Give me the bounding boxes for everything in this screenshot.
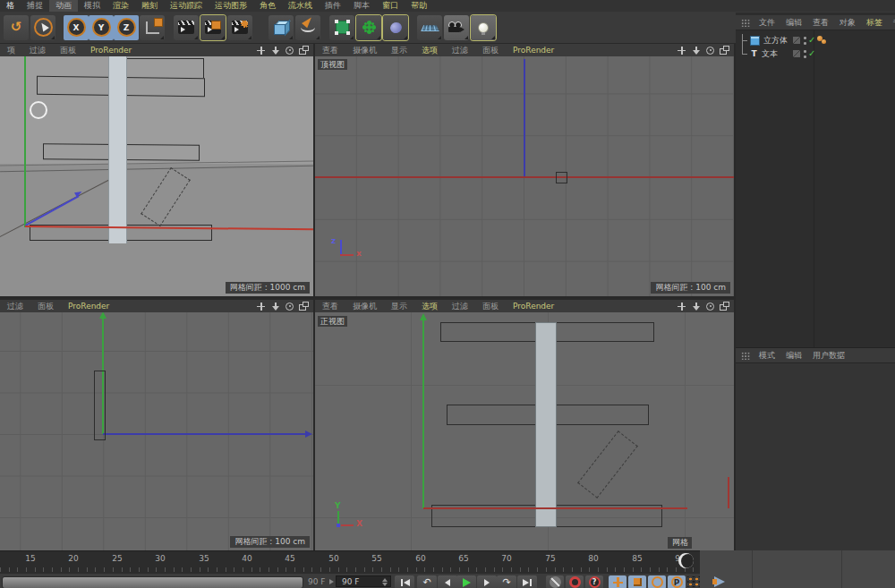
viewport-menu-item[interactable]: ProRender — [506, 302, 561, 311]
maximize-view-icon[interactable] — [720, 302, 729, 311]
object-name[interactable]: 立方体 — [763, 35, 788, 47]
previous-key-button[interactable]: ↶ — [417, 575, 437, 588]
maximize-view-icon[interactable] — [720, 46, 729, 55]
object-row-text[interactable]: T 文本 ✓ — [736, 47, 895, 61]
viewport-menu-item[interactable]: 过滤 — [445, 301, 475, 312]
mograph-icon[interactable] — [356, 15, 381, 40]
menu-item[interactable]: 角色 — [253, 0, 282, 12]
menu-item[interactable]: 插件 — [319, 0, 347, 12]
menu-item[interactable]: 渲染 — [107, 0, 135, 12]
menu-item[interactable]: 窗口 — [376, 0, 405, 12]
timeline-scrubber[interactable] — [2, 576, 303, 588]
primitive-cube-icon[interactable] — [268, 15, 294, 40]
viewport-side[interactable]: 网格间距 : 100 cm — [0, 312, 313, 550]
panel-handle-icon[interactable] — [741, 352, 750, 360]
metaball-icon[interactable] — [383, 15, 408, 40]
layer-toggle-icon[interactable] — [793, 50, 800, 57]
pan-view-icon[interactable] — [256, 302, 266, 311]
rotated-stroke-dashed[interactable] — [577, 430, 638, 499]
next-frame-button[interactable] — [477, 575, 497, 588]
record-rotation-toggle[interactable] — [648, 575, 666, 588]
om-menu-item[interactable]: 编辑 — [780, 17, 807, 29]
timeline-ruler[interactable]: 15 20 25 30 35 40 45 50 55 60 65 70 75 8… — [0, 550, 700, 575]
rotate-view-icon[interactable] — [705, 302, 715, 311]
record-scale-toggle[interactable] — [628, 575, 646, 588]
viewport-menu-item[interactable]: 面板 — [475, 45, 506, 56]
menu-item[interactable]: 脚本 — [347, 0, 376, 12]
record-position-toggle[interactable] — [609, 575, 626, 588]
zoom-view-icon[interactable] — [270, 46, 280, 55]
enable-check-icon[interactable]: ✓ — [808, 48, 815, 58]
om-menu-item[interactable]: 文件 — [754, 17, 780, 29]
cursor-select-icon[interactable] — [30, 15, 55, 40]
text-vertical-stroke[interactable] — [108, 56, 127, 243]
viewport-menu-item[interactable]: ProRender — [506, 46, 561, 55]
x-axis-lock-icon[interactable]: X — [64, 15, 89, 40]
y-axis-lock-icon[interactable]: Y — [89, 15, 114, 40]
visibility-dots-icon[interactable] — [804, 37, 806, 45]
rotate-view-icon[interactable] — [285, 302, 294, 311]
visibility-dots-icon[interactable] — [804, 50, 806, 58]
current-frame-field[interactable]: 90 F — [336, 575, 391, 587]
object-name[interactable]: 文本 — [762, 48, 778, 60]
viewport-menu-item[interactable]: 摄像机 — [345, 45, 384, 56]
viewport-menu-item[interactable]: 面板 — [30, 301, 61, 312]
camera-icon[interactable] — [444, 15, 469, 40]
viewport-top[interactable]: 顶视图 z x 网格间距 : 100 cm — [315, 56, 734, 296]
menu-item[interactable]: 捕捉 — [21, 0, 49, 12]
viewport-menu-item[interactable]: 面板 — [475, 301, 506, 312]
viewport-menu-item[interactable]: 显示 — [384, 301, 414, 312]
viewport-menu-item[interactable]: 项 — [0, 45, 22, 56]
zoom-view-icon[interactable] — [691, 46, 701, 55]
spline-pen-icon[interactable] — [295, 15, 320, 40]
menu-item[interactable]: 运动跟踪 — [164, 0, 209, 12]
record-keyframe-button[interactable] — [566, 575, 584, 588]
rotate-view-icon[interactable] — [705, 46, 715, 55]
am-menu-item[interactable]: 用户数据 — [807, 350, 850, 362]
viewport-menu-item[interactable]: 过滤 — [0, 301, 30, 312]
viewport-menu-item[interactable]: 过滤 — [22, 45, 53, 56]
viewport-menu-item[interactable]: 选项 — [414, 45, 445, 56]
menu-item[interactable]: 动画 — [49, 0, 78, 12]
undo-icon[interactable]: ↺ — [4, 15, 29, 40]
record-disabled-button[interactable] — [546, 575, 564, 588]
menu-item[interactable]: 流水线 — [282, 0, 319, 12]
timeline-end-marker[interactable] — [678, 553, 694, 568]
enable-check-icon[interactable]: ✓ — [808, 35, 815, 45]
viewport-menu-item[interactable]: 查看 — [315, 301, 345, 312]
viewport-front[interactable]: 正视图 Y X 网格 — [315, 312, 734, 550]
viewport-menu-item[interactable]: 摄像机 — [345, 301, 384, 312]
frame-stepper[interactable] — [382, 578, 388, 586]
render-to-picture-icon[interactable] — [200, 15, 226, 40]
viewport-menu-item[interactable]: 查看 — [315, 45, 345, 56]
menu-item[interactable]: 模拟 — [78, 0, 107, 12]
text-object-outline[interactable] — [94, 371, 106, 440]
previous-frame-button[interactable] — [438, 575, 457, 588]
pan-view-icon[interactable] — [677, 46, 686, 55]
record-parameter-toggle[interactable]: P — [668, 575, 686, 588]
menu-item[interactable]: 雕刻 — [135, 0, 164, 12]
am-menu-item[interactable]: 模式 — [754, 350, 780, 362]
render-settings-icon[interactable] — [227, 15, 252, 40]
goto-end-button[interactable] — [517, 575, 537, 588]
floor-icon[interactable] — [417, 15, 442, 40]
am-menu-item[interactable]: 编辑 — [780, 350, 807, 362]
z-axis-lock-icon[interactable]: Z — [114, 15, 139, 40]
menu-item[interactable]: 运动图形 — [209, 0, 253, 12]
coordinate-system-icon[interactable] — [140, 15, 165, 40]
autokey-button[interactable]: ? — [585, 575, 603, 588]
om-menu-item[interactable]: 对象 — [834, 17, 861, 29]
pan-view-icon[interactable] — [256, 46, 266, 55]
viewport-perspective[interactable]: 网格间距 : 1000 cm — [0, 56, 313, 296]
jump-icon[interactable] — [714, 576, 725, 587]
tag-icon[interactable] — [822, 39, 826, 44]
zoom-view-icon[interactable] — [270, 302, 280, 311]
cube-object-outline[interactable] — [556, 172, 567, 183]
play-button[interactable] — [456, 575, 476, 588]
om-menu-item[interactable]: 查看 — [807, 17, 834, 29]
viewport-menu-item[interactable]: 显示 — [384, 45, 414, 56]
viewport-menu-item[interactable]: 面板 — [53, 45, 83, 56]
viewport-menu-item[interactable]: ProRender — [61, 302, 116, 311]
point-level-animation-toggle[interactable] — [687, 576, 700, 587]
rotated-stroke-dashed[interactable] — [141, 167, 191, 226]
